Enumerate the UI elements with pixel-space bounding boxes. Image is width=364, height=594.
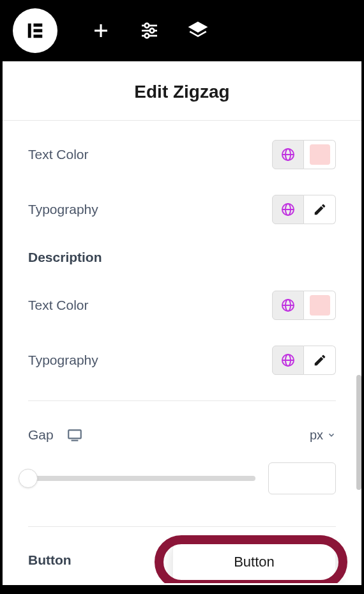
gap-label: Gap [28, 427, 54, 443]
panel-body: Text Color Typography [3, 121, 361, 583]
elementor-logo-icon [26, 21, 45, 40]
type-dropdown: Button ✓ Link [172, 543, 336, 583]
desktop-icon[interactable] [66, 427, 83, 443]
pencil-icon [313, 353, 327, 367]
unit-selector[interactable]: px [310, 428, 336, 443]
control-label: Typography [28, 202, 98, 217]
svg-rect-3 [34, 34, 43, 38]
text-color-row-2: Text Color [28, 278, 336, 333]
structure-button[interactable] [186, 19, 209, 42]
gap-slider-row [3, 450, 361, 514]
svg-point-11 [145, 34, 149, 38]
global-typography-button[interactable] [272, 195, 304, 224]
globe-icon [280, 202, 296, 217]
top-toolbar [0, 0, 364, 61]
sliders-icon [139, 20, 160, 41]
svg-marker-12 [190, 22, 206, 31]
divider [28, 400, 336, 401]
svg-point-7 [145, 24, 149, 28]
pencil-icon [313, 202, 327, 217]
dropdown-option-link[interactable]: ✓ Link [173, 581, 335, 583]
panel-header: Edit Zigzag [3, 61, 361, 121]
globe-icon [280, 353, 296, 368]
unit-label: px [310, 428, 323, 443]
control-label: Typography [28, 353, 98, 368]
scrollbar[interactable] [356, 375, 361, 490]
gap-row: Gap px [3, 414, 361, 450]
editor-panel: Edit Zigzag Text Color [3, 61, 361, 585]
typography-row-1: Typography [28, 182, 336, 237]
layers-icon [187, 20, 209, 42]
color-swatch [310, 295, 330, 316]
elementor-logo[interactable] [13, 8, 57, 53]
gap-slider[interactable] [28, 476, 255, 481]
text-color-row-1: Text Color [28, 127, 336, 182]
settings-button[interactable] [138, 19, 161, 42]
svg-rect-1 [34, 24, 43, 27]
gap-value-input[interactable] [268, 462, 336, 494]
typography-edit-button[interactable] [304, 346, 336, 375]
global-typography-button[interactable] [272, 346, 304, 375]
plus-icon [91, 21, 110, 40]
control-label: Text Color [28, 298, 89, 313]
dropdown-option-button[interactable]: Button [173, 544, 335, 581]
globe-icon [280, 298, 296, 313]
globe-icon [280, 147, 296, 162]
add-widget-button[interactable] [89, 19, 112, 42]
svg-rect-0 [28, 24, 31, 38]
typography-row-2: Typography [28, 333, 336, 388]
control-label: Text Color [28, 147, 89, 162]
global-color-button[interactable] [272, 291, 304, 320]
svg-rect-25 [68, 430, 81, 438]
divider [28, 526, 336, 527]
global-color-button[interactable] [272, 140, 304, 169]
svg-point-9 [150, 29, 155, 33]
color-picker-button[interactable] [304, 291, 336, 320]
color-swatch [310, 144, 330, 165]
typography-edit-button[interactable] [304, 195, 336, 224]
svg-rect-2 [34, 29, 43, 33]
description-heading: Description [28, 237, 336, 278]
chevron-down-icon [327, 430, 336, 439]
panel-title: Edit Zigzag [3, 82, 361, 102]
color-picker-button[interactable] [304, 140, 336, 169]
slider-thumb[interactable] [19, 469, 38, 488]
